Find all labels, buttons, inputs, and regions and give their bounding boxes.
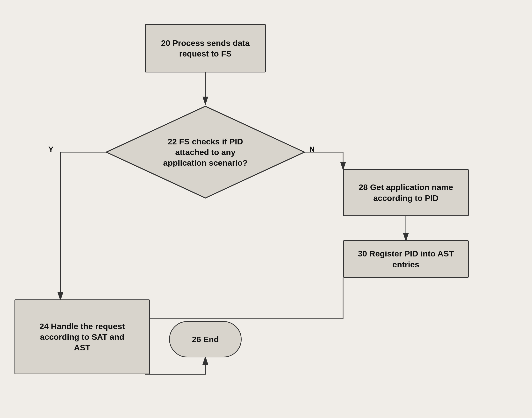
node-22: 22 FS checks if PIDattached to anyapplic… (104, 104, 307, 200)
node-28: 28 Get application name according to PID (343, 169, 469, 216)
node-26: 26 End (169, 321, 242, 357)
node-20: 20 Process sends data request to FS (145, 24, 266, 72)
node-28-label: 28 Get application name according to PID (358, 182, 453, 203)
node-30-label: 30 Register PID into AST entries (358, 248, 454, 269)
node-24-label: 24 Handle the request according to SAT a… (39, 321, 125, 353)
node-30: 30 Register PID into AST entries (343, 240, 469, 278)
node-24: 24 Handle the request according to SAT a… (14, 300, 150, 374)
label-y: Y (48, 145, 53, 154)
label-n: N (309, 145, 315, 154)
node-26-label: 26 End (192, 335, 219, 344)
node-22-label: 22 FS checks if PIDattached to anyapplic… (154, 131, 257, 173)
node-20-label: 20 Process sends data request to FS (161, 38, 250, 59)
